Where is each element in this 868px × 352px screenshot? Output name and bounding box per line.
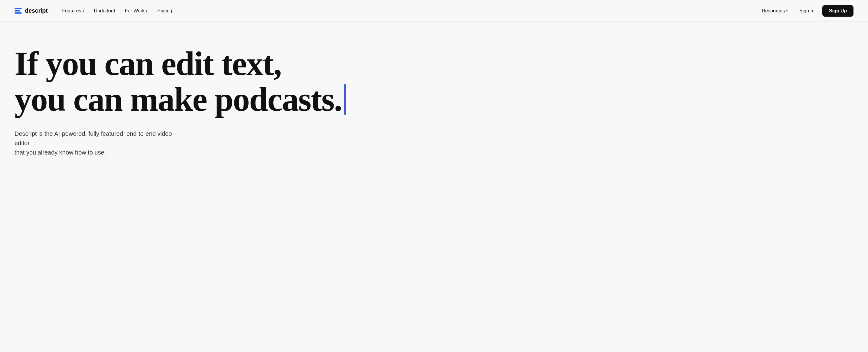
main-nav: descript Features ▾ Underlord For Work ▾…: [0, 0, 868, 22]
sign-in-button[interactable]: Sign In: [794, 5, 820, 16]
nav-label-pricing: Pricing: [157, 8, 172, 13]
hero-section: If you can edit text, you can make podca…: [0, 22, 424, 175]
nav-item-features[interactable]: Features ▾: [58, 6, 88, 16]
hero-subtext-line1: Descript is the AI-powered, fully featur…: [14, 130, 172, 147]
nav-item-underlord[interactable]: Underlord: [90, 6, 119, 16]
nav-item-for-work[interactable]: For Work ▾: [121, 6, 151, 16]
headline-line-2: you can make podcasts.: [14, 82, 409, 117]
nav-item-pricing[interactable]: Pricing: [154, 6, 176, 16]
headline-text-line-2: you can make podcasts.: [14, 82, 342, 117]
nav-label-resources: Resources: [762, 8, 785, 13]
nav-label-for-work: For Work: [125, 8, 145, 13]
logo-text: descript: [25, 7, 48, 14]
nav-label-underlord: Underlord: [94, 8, 115, 13]
nav-items: Features ▾ Underlord For Work ▾ Pricing: [58, 6, 176, 16]
logo[interactable]: descript: [14, 7, 48, 14]
nav-item-resources[interactable]: Resources ▾: [758, 6, 792, 16]
logo-icon: [14, 8, 22, 13]
sign-up-button[interactable]: Sign Up: [822, 5, 854, 17]
hero-subtext: Descript is the AI-powered, fully featur…: [14, 129, 184, 157]
nav-left: descript Features ▾ Underlord For Work ▾…: [14, 6, 176, 16]
text-cursor-icon: [344, 84, 346, 115]
chevron-down-icon-resources: ▾: [786, 9, 788, 13]
headline-line-1: If you can edit text,: [14, 46, 409, 82]
nav-right: Resources ▾ Sign In Sign Up: [758, 5, 854, 17]
chevron-down-icon: ▾: [83, 9, 84, 13]
chevron-down-icon-work: ▾: [146, 9, 148, 13]
nav-label-features: Features: [62, 8, 81, 13]
hero-subtext-line2: that you already know how to use.: [14, 149, 106, 156]
hero-headline: If you can edit text, you can make podca…: [14, 46, 409, 117]
